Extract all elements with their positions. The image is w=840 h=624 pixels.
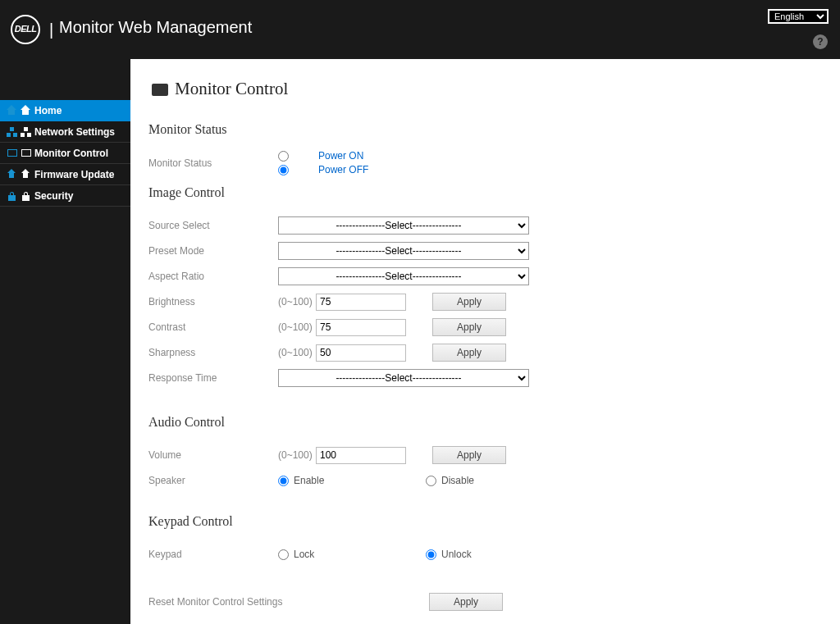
label-aspect-ratio: Aspect Ratio xyxy=(148,271,278,282)
monitor-icon xyxy=(21,148,32,159)
sidebar: Home Network Settings Monitor Control Fi… xyxy=(0,59,130,624)
range-hint: (0~100) xyxy=(278,347,316,358)
option-power-on: Power ON xyxy=(318,150,363,162)
sidebar-item-firmware[interactable]: Firmware Update xyxy=(0,164,130,185)
radio-keypad-unlock[interactable] xyxy=(426,549,436,560)
app-title: Monitor Web Management xyxy=(59,18,252,37)
monitor-control-icon xyxy=(148,83,170,96)
apply-contrast-button[interactable]: Apply xyxy=(432,318,506,336)
label-response-time: Response Time xyxy=(148,372,278,384)
header: DELL | Monitor Web Management English ? xyxy=(0,0,840,59)
label-monitor-status: Monitor Status xyxy=(148,157,278,169)
network-icon xyxy=(21,126,32,138)
label-keypad: Keypad xyxy=(148,549,278,560)
header-divider: | xyxy=(49,20,53,39)
apply-sharpness-button[interactable]: Apply xyxy=(432,344,506,362)
input-brightness[interactable] xyxy=(316,294,406,311)
radio-speaker-enable[interactable] xyxy=(278,476,289,486)
radio-keypad-lock[interactable] xyxy=(278,549,289,560)
row-monitor-status: Monitor Status Power ON Power OFF xyxy=(148,150,824,175)
label-sharpness: Sharpness xyxy=(148,347,278,358)
home-icon xyxy=(7,105,18,116)
sidebar-item-home[interactable]: Home xyxy=(0,100,130,121)
option-unlock: Unlock xyxy=(441,549,472,560)
select-aspect-ratio[interactable]: ---------------Select--------------- xyxy=(278,267,529,285)
sidebar-item-label: Network Settings xyxy=(34,121,115,143)
apply-brightness-button[interactable]: Apply xyxy=(432,293,506,311)
monitor-icon xyxy=(7,148,18,159)
select-response-time[interactable]: ---------------Select--------------- xyxy=(278,369,529,387)
label-contrast: Contrast xyxy=(148,321,278,333)
network-icon xyxy=(7,126,18,138)
apply-volume-button[interactable]: Apply xyxy=(432,446,506,464)
select-preset-mode[interactable]: ---------------Select--------------- xyxy=(278,242,529,260)
sidebar-item-security[interactable]: Security xyxy=(0,185,130,207)
section-keypad-control-title: Keypad Control xyxy=(148,514,824,529)
option-lock: Lock xyxy=(294,549,314,560)
sidebar-item-label: Security xyxy=(34,185,73,207)
range-hint: (0~100) xyxy=(278,296,316,307)
input-volume[interactable] xyxy=(316,447,406,464)
lock-icon xyxy=(7,190,18,202)
sidebar-item-label: Home xyxy=(34,100,62,121)
label-reset: Reset Monitor Control Settings xyxy=(148,596,429,608)
radio-power-off[interactable] xyxy=(278,165,289,175)
label-preset-mode: Preset Mode xyxy=(148,245,278,257)
range-hint: (0~100) xyxy=(278,449,316,461)
section-image-control-title: Image Control xyxy=(148,185,824,200)
radio-power-on[interactable] xyxy=(278,151,289,162)
input-sharpness[interactable] xyxy=(316,344,406,362)
page-title: Monitor Control xyxy=(148,79,824,99)
upload-icon xyxy=(21,169,32,180)
sidebar-item-label: Firmware Update xyxy=(34,164,114,185)
range-hint: (0~100) xyxy=(278,321,316,333)
dell-logo: DELL xyxy=(11,15,40,44)
input-contrast[interactable] xyxy=(316,319,406,336)
home-icon xyxy=(21,105,32,116)
sidebar-item-monitor-control[interactable]: Monitor Control xyxy=(0,143,130,164)
option-enable: Enable xyxy=(294,475,324,486)
select-source[interactable]: ---------------Select--------------- xyxy=(278,216,529,235)
lock-icon xyxy=(21,190,32,202)
language-select[interactable]: English xyxy=(768,9,829,24)
option-disable: Disable xyxy=(441,475,474,486)
section-monitor-status-title: Monitor Status xyxy=(148,122,824,137)
sidebar-item-label: Monitor Control xyxy=(34,143,108,164)
radio-speaker-disable[interactable] xyxy=(426,476,436,486)
section-audio-control-title: Audio Control xyxy=(148,415,824,430)
label-brightness: Brightness xyxy=(148,296,278,307)
label-source-select: Source Select xyxy=(148,220,278,231)
upload-icon xyxy=(7,169,18,180)
label-speaker: Speaker xyxy=(148,475,278,486)
label-volume: Volume xyxy=(148,449,278,461)
apply-reset-button[interactable]: Apply xyxy=(429,593,503,611)
main-content: Monitor Control Monitor Status Monitor S… xyxy=(130,59,840,624)
sidebar-item-network[interactable]: Network Settings xyxy=(0,121,130,143)
option-power-off: Power OFF xyxy=(318,164,368,175)
help-icon[interactable]: ? xyxy=(813,34,828,49)
